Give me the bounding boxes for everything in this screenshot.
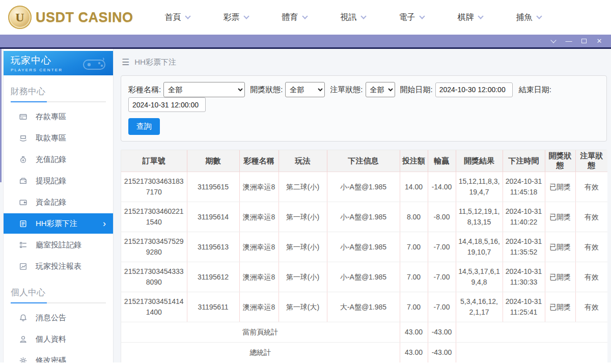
breadcrumb: ☰ HH彩票下注: [121, 49, 607, 75]
summary-empty-cell: [456, 343, 607, 363]
sidebar-item-funds-record[interactable]: 資金記錄: [4, 192, 113, 212]
summary-winloss-total: -43.00: [428, 322, 456, 343]
section-underline: [11, 101, 106, 102]
table-cell: 2152173034631837170: [121, 172, 187, 202]
column-header: 開獎狀態: [545, 150, 575, 172]
sidebar-item-deposit-card[interactable]: 存款專區: [4, 106, 113, 127]
table-cell: 11,5,12,19,1,8,13,15: [456, 202, 503, 232]
table-cell: 14.00: [400, 172, 428, 202]
column-header: 開獎結果: [456, 150, 503, 172]
brand-logo[interactable]: U USDT CASINO: [8, 6, 133, 29]
chevron-down-icon: [243, 13, 249, 19]
page-title: HH彩票下注: [134, 58, 176, 67]
sidebar: 玩家中心 PLAYERS CENTER 財務中心存款專區取款專區充值記錄提現記錄…: [3, 49, 114, 362]
minimize-icon[interactable]: —: [562, 36, 575, 47]
sidebar-item-label: 廳室投註記錄: [36, 240, 81, 250]
order-status-select[interactable]: 全部: [366, 82, 395, 97]
topnav-item-4[interactable]: 電子: [399, 12, 424, 23]
topnav-item-0[interactable]: 首頁: [165, 12, 190, 23]
chevron-down-icon: [536, 13, 542, 19]
topnav-item-2[interactable]: 體育: [282, 12, 307, 23]
close-icon[interactable]: ✕: [593, 36, 606, 47]
lottery-bet-icon: [19, 219, 27, 228]
topnav-item-3[interactable]: 視訊: [341, 12, 366, 23]
sidebar-item-user[interactable]: 個人資料: [4, 329, 113, 349]
table-cell: 31195612: [187, 262, 239, 292]
top-header: U USDT CASINO 首頁彩票體育視訊電子棋牌捕魚: [0, 0, 611, 35]
sidebar-item-bet-report[interactable]: 玩家投注報表: [4, 256, 113, 276]
summary-empty-cell: [456, 322, 607, 343]
collapse-icon[interactable]: [547, 36, 560, 47]
table-cell: 已開獎: [545, 232, 575, 262]
column-header: 下注信息: [327, 150, 400, 172]
deposit-card-icon: [19, 113, 27, 121]
window-left-border: [0, 49, 2, 182]
table-cell: 2152173034514141400: [121, 292, 187, 322]
summary-bet-total: 43.00: [400, 322, 428, 343]
sidebar-item-recharge-record[interactable]: 充值記錄: [4, 149, 113, 170]
table-header-row: 訂單號期數彩種名稱玩法下注信息投注額輸贏開獎結果下注時間開獎狀態注單狀態: [121, 150, 607, 172]
main-content: ☰ HH彩票下注 彩種名稱: 全部 開獎狀態: 全部 注單狀態: 全部: [114, 49, 611, 362]
column-header: 投注額: [400, 150, 428, 172]
table-cell: 2024-10-31 11:40:22: [503, 202, 545, 232]
funds-record-icon: [19, 198, 27, 207]
recharge-record-icon: [19, 155, 27, 164]
sidebar-section: 財務中心存款專區取款專區充值記錄提現記錄資金記錄HH彩票下注›廳室投註記錄玩家投…: [4, 80, 113, 276]
chevron-right-icon: ›: [103, 219, 106, 228]
bets-table: 訂單號期數彩種名稱玩法下注信息投注額輸贏開獎結果下注時間開獎狀態注單狀態 215…: [121, 150, 607, 362]
sidebar-section-title: 個人中心: [4, 282, 113, 301]
sidebar-item-room-bet-record[interactable]: 廳室投註記錄: [4, 235, 113, 255]
sidebar-item-bell[interactable]: 消息公告: [4, 307, 113, 328]
table-cell: 已開獎: [545, 172, 575, 202]
column-header: 注單狀態: [575, 150, 607, 172]
topnav-item-1[interactable]: 彩票: [224, 12, 248, 23]
draw-status-select[interactable]: 全部: [285, 82, 325, 97]
gamepad-icon: [80, 55, 108, 72]
table-cell: 澳洲幸运8: [239, 232, 279, 262]
sidebar-item-lottery-bet[interactable]: HH彩票下注›: [4, 213, 113, 234]
logo-letter: U: [15, 11, 24, 24]
draw-status-label: 開獎狀態:: [250, 85, 283, 95]
menu-toggle-icon[interactable]: ☰: [122, 57, 129, 68]
room-bet-record-icon: [19, 241, 27, 249]
sidebar-item-withdraw-hand[interactable]: 取款專區: [4, 128, 113, 148]
maximize-icon[interactable]: [577, 36, 591, 47]
table-cell: 澳洲幸运8: [239, 202, 279, 232]
table-cell: 已開獎: [545, 292, 575, 322]
sidebar-item-label: HH彩票下注: [36, 219, 77, 229]
table-row: 215217303463183717031195615澳洲幸运8第二球(小)小-…: [121, 172, 607, 202]
topnav-item-label: 體育: [282, 12, 298, 23]
table-row: 215217303454333809031195612澳洲幸运8第一球(小)小-…: [121, 262, 607, 292]
sidebar-section: 個人中心消息公告個人資料修改密碼: [4, 282, 113, 362]
table-cell: 有效: [575, 202, 607, 232]
table-cell: 有效: [575, 172, 607, 202]
sidebar-item-withdrawal-record[interactable]: 提現記錄: [4, 171, 113, 191]
end-date-input[interactable]: [128, 97, 206, 112]
table-cell: 31195613: [187, 232, 239, 262]
table-cell: 7.00: [400, 262, 428, 292]
start-date-input[interactable]: [435, 82, 513, 97]
table-cell: 大-A盤@1.985: [327, 292, 400, 322]
sidebar-item-gear[interactable]: 修改密碼: [4, 350, 113, 362]
chevron-down-icon: [302, 13, 308, 19]
workspace: 玩家中心 PLAYERS CENTER 財務中心存款專區取款專區充值記錄提現記錄…: [0, 49, 611, 362]
topnav-item-5[interactable]: 棋牌: [458, 12, 483, 23]
table-cell: 2024-10-31 11:25:41: [503, 292, 545, 322]
table-cell: 2152173034575299280: [121, 232, 187, 262]
topnav-item-6[interactable]: 捕魚: [516, 12, 541, 23]
table-cell: 小-A盤@1.985: [327, 232, 400, 262]
filter-panel: 彩種名稱: 全部 開獎狀態: 全部 注單狀態: 全部 開始日期: 結束日期:: [121, 75, 607, 142]
table-cell: 第一球(小): [279, 202, 327, 232]
query-button[interactable]: 查詢: [128, 118, 160, 135]
table-cell: 2024-10-31 11:45:18: [503, 172, 545, 202]
table-cell: 15,12,11,8,3,19,4,7: [456, 172, 503, 202]
main-navigation: 首頁彩票體育視訊電子棋牌捕魚: [165, 12, 541, 23]
chevron-down-icon: [478, 13, 483, 19]
summary-label: 當前頁統計: [121, 322, 400, 343]
gear-icon: [19, 356, 27, 363]
column-header: 彩種名稱: [239, 150, 279, 172]
table-cell: 小-A盤@1.985: [327, 172, 400, 202]
end-date-label: 結束日期:: [519, 85, 551, 95]
lottery-name-select[interactable]: 全部: [163, 82, 245, 97]
table-row: 215217303460221154031195614澳洲幸运8第一球(小)小-…: [121, 202, 607, 232]
